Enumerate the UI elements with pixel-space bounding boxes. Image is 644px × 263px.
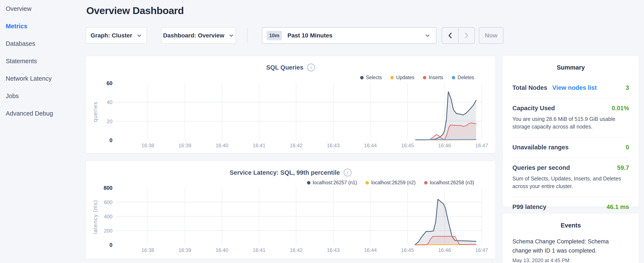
service-latency-chart: 16:3816:3916:4016:4116:4216:4316:4416:45… [86,161,496,259]
now-button[interactable]: Now [479,27,504,44]
summary-row-caption: Sum of Selects, Updates, Inserts, and De… [512,175,627,190]
time-range-selector[interactable]: 10m Past 10 Minutes [262,27,436,44]
chevron-right-icon [463,32,470,39]
graph-dropdown[interactable]: Graph: Cluster [86,27,147,44]
svg-text:16:45: 16:45 [401,247,414,253]
time-range-badge: 10m [266,31,282,40]
summary-row-total-nodes: Total Nodes View nodes list 3 [512,78,629,98]
sidebar-item-statements[interactable]: Statements [0,52,84,70]
svg-text:600: 600 [104,199,112,205]
events-panel: Events Schema Change Completed: Schema c… [502,213,639,263]
summary-row-caption: You are using 28.6 MiB of 515.9 GiB usab… [512,115,627,130]
page-title: Overview Dashboard [86,5,184,16]
time-forward-button[interactable] [458,28,474,43]
svg-text:16:41: 16:41 [253,247,266,253]
time-range-label: Past 10 Minutes [288,32,332,39]
chevron-down-icon [228,33,234,38]
svg-text:16:41: 16:41 [253,143,266,148]
summary-row-capacity-used: Capacity Used 0.01% You are using 28.6 M… [512,98,629,137]
controls-bar: Graph: Cluster Dashboard: Overview 10m P… [0,27,644,44]
svg-text:16:39: 16:39 [178,143,191,148]
svg-text:16:38: 16:38 [142,143,154,148]
chevron-down-icon [136,33,142,38]
svg-text:20: 20 [107,119,112,124]
svg-text:16:39: 16:39 [178,247,191,253]
summary-row-value: 59.7 [617,164,629,171]
sidebar-item-advanced-debug[interactable]: Advanced Debug [0,105,84,122]
sql-queries-chart: 16:3816:3916:4016:4116:4216:4316:4416:45… [86,56,496,153]
svg-text:16:46: 16:46 [438,143,451,148]
svg-text:60: 60 [106,80,112,86]
summary-panel: Summary Total Nodes View nodes list 3 Ca… [502,55,639,207]
svg-text:16:42: 16:42 [290,247,302,253]
event-list-item[interactable]: Schema Change Completed: Schema change w… [512,237,629,263]
svg-text:16:45: 16:45 [401,143,414,148]
summary-row-value: 0.01% [612,105,629,112]
svg-text:16:47: 16:47 [475,247,488,253]
svg-text:0: 0 [110,137,112,143]
summary-row-label: Capacity Used [512,105,555,112]
sidebar-item-network-latency[interactable]: Network Latency [0,70,84,87]
dashboard-dropdown[interactable]: Dashboard: Overview [161,27,236,44]
events-title: Events [502,213,639,229]
summary-row-value: 46.1 ms [606,203,629,210]
summary-row-unavailable-ranges: Unavailable ranges 0 [512,137,629,158]
summary-row-value: 0 [626,144,629,151]
svg-text:0: 0 [110,242,112,248]
svg-text:16:40: 16:40 [216,143,228,148]
svg-text:16:38: 16:38 [142,247,154,253]
summary-row-label: P99 latency [512,203,546,210]
summary-row-label: Total Nodes [512,84,547,91]
svg-text:16:40: 16:40 [216,247,228,253]
sidebar: Overview Metrics Databases Statements Ne… [0,0,84,122]
svg-text:200: 200 [104,228,112,234]
summary-row-value: 3 [626,84,629,91]
svg-text:16:44: 16:44 [364,247,377,253]
graph-dropdown-label: Graph: Cluster [90,32,132,39]
controls-divider [247,28,248,43]
svg-text:40: 40 [107,99,112,105]
summary-title: Summary [502,56,639,71]
svg-text:16:43: 16:43 [327,247,340,253]
time-back-button[interactable] [442,28,458,43]
sidebar-item-jobs[interactable]: Jobs [0,87,84,105]
chevron-down-icon [424,33,430,39]
view-nodes-list-link[interactable]: View nodes list [552,84,597,91]
sql-queries-chart-card: SQL Queries i Selects Updates Inserts De… [86,56,496,153]
svg-text:16:43: 16:43 [327,143,340,148]
event-timestamp: May 13, 2020 at 4:45 PM [512,257,629,263]
time-pager [442,27,475,44]
dashboard-dropdown-label: Dashboard: Overview [163,32,224,39]
summary-row-label: Unavailable ranges [512,144,568,151]
sidebar-item-overview[interactable]: Overview [0,0,84,18]
summary-row-queries-per-second: Queries per second 59.7 Sum of Selects, … [512,158,629,197]
svg-text:16:47: 16:47 [475,143,488,148]
service-latency-chart-card: Service Latency: SQL, 99th percentile i … [86,161,496,259]
svg-text:16:42: 16:42 [290,143,302,148]
svg-text:800: 800 [104,185,112,191]
summary-row-label: Queries per second [512,164,570,171]
event-message: Schema Change Completed: Schema change w… [512,237,629,255]
svg-text:16:46: 16:46 [438,247,451,253]
chevron-left-icon [447,32,453,39]
svg-text:400: 400 [104,214,112,219]
svg-text:16:44: 16:44 [364,143,377,148]
